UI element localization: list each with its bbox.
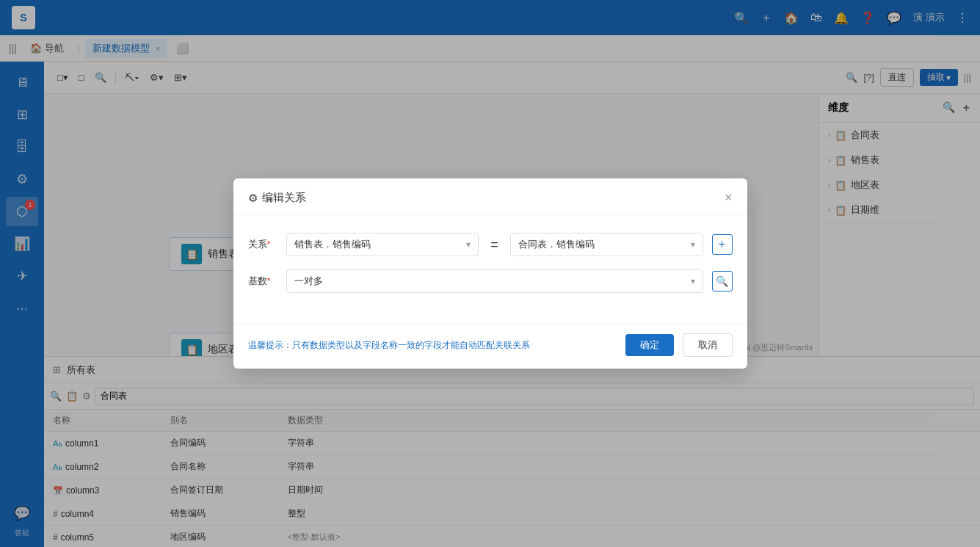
modal-title: ⚙ 编辑关系 bbox=[248, 191, 306, 205]
cardinality-label: 基数* bbox=[248, 275, 277, 288]
relation-left-select[interactable]: 销售表．销售编码 ▾ bbox=[286, 233, 479, 256]
cardinality-chevron: ▾ bbox=[691, 276, 695, 286]
cardinality-search-btn[interactable]: 🔍 bbox=[712, 271, 733, 291]
modal-overlay[interactable]: ⚙ 编辑关系 × 关系* 销售表．销售编码 ▾ = 合同表．销售编码 ▾ bbox=[0, 0, 980, 547]
equals-sign: = bbox=[487, 237, 501, 253]
cardinality-row: 基数* 一对多 ▾ 🔍 bbox=[248, 269, 733, 293]
modal-footer: 温馨提示：只有数据类型以及字段名称一致的字段才能自动匹配关联关系 确定 取消 bbox=[233, 324, 747, 369]
add-relation-btn[interactable]: + bbox=[712, 234, 733, 255]
relation-row: 关系* 销售表．销售编码 ▾ = 合同表．销售编码 ▾ + bbox=[248, 233, 733, 256]
relation-label: 关系* bbox=[248, 238, 277, 251]
modal-title-icon: ⚙ bbox=[248, 192, 258, 205]
modal-tip: 温馨提示：只有数据类型以及字段名称一致的字段才能自动匹配关联关系 bbox=[248, 339, 617, 352]
cardinality-search-icon: 🔍 bbox=[716, 275, 728, 287]
modal-body: 关系* 销售表．销售编码 ▾ = 合同表．销售编码 ▾ + 基数* bbox=[233, 215, 747, 324]
modal-title-text: 编辑关系 bbox=[262, 191, 306, 205]
cancel-button[interactable]: 取消 bbox=[683, 333, 733, 357]
edit-relation-modal: ⚙ 编辑关系 × 关系* 销售表．销售编码 ▾ = 合同表．销售编码 ▾ bbox=[233, 178, 747, 369]
left-select-chevron: ▾ bbox=[466, 239, 471, 250]
confirm-button[interactable]: 确定 bbox=[625, 334, 674, 356]
modal-header: ⚙ 编辑关系 × bbox=[233, 178, 747, 215]
modal-close-btn[interactable]: × bbox=[725, 190, 733, 206]
cardinality-select[interactable]: 一对多 ▾ bbox=[286, 269, 703, 293]
relation-right-select[interactable]: 合同表．销售编码 ▾ bbox=[510, 233, 703, 256]
right-select-chevron: ▾ bbox=[691, 239, 695, 250]
